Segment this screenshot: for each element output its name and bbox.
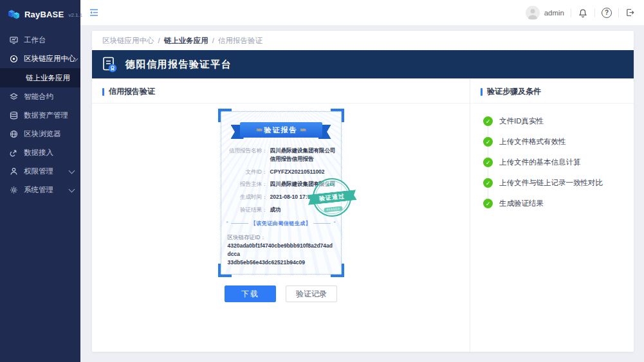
sidebar-item-data-asset-management[interactable]: 数据资产管理 [0,106,80,125]
logout-icon[interactable] [625,8,635,17]
bell-icon[interactable] [578,8,588,18]
download-button[interactable]: 下载 [225,285,276,302]
sidebar-item-label: 数据接入 [24,148,53,158]
divider [618,8,619,17]
sidebar-item-label: 区块浏览器 [24,129,61,139]
check-circle-icon: ✓ [483,137,493,147]
field-label: 文件ID： [226,168,270,176]
certificate-area: ≈≈ 验证报告 ≈≈ 信用报告名称： 四川鼎际建设集团有限公司信用报告信用报告 [92,104,470,302]
wavy-decoration-icon: ≈≈ [257,127,262,133]
check-circle-icon: ✓ [483,178,493,188]
sidebar-item-workbench[interactable]: 工作台 [0,31,80,50]
sidebar-nav: 工作台 区块链应用中心 链上业务应用 [0,28,80,199]
certificate-source-note: * 【该凭证由蜀信链生成】 * [226,220,336,227]
step-label: 上传文件格式有效性 [499,137,566,147]
sidebar-item-label: 区块链应用中心 [24,54,76,64]
sidebar-subitem-onchain-business-app[interactable]: 链上业务应用 [0,68,80,87]
sidebar-item-blockchain-app-center[interactable]: 区块链应用中心 [0,50,80,68]
chain-id-hash: 33db5eb56e43dc62521b94c09 [228,258,335,267]
step-item: ✓ 生成验证结果 [483,199,634,208]
corner-bracket [331,264,344,277]
section-title-text: 验证步骤及条件 [487,86,541,97]
field-value: 四川鼎际建设集团有限公司信用报告信用报告 [270,147,336,163]
field-label: 报告主体： [226,180,270,188]
report-certificate-icon [101,56,118,73]
star-decoration: * [333,221,335,226]
title-accent-bar [102,88,104,96]
field-value: CPYFZX20210511002 [270,168,336,176]
platform-banner: 德阳信用报告验证平台 [92,50,634,78]
verification-passed-stamp: 验证通过 PASSED [311,176,353,219]
corner-bracket [218,264,232,277]
sidebar-item-smart-contract[interactable]: 智能合约 [0,87,80,106]
user-icon [10,167,18,176]
raybase-cube-logo-icon [7,8,21,21]
breadcrumb-item[interactable]: 区块链应用中心 [102,36,154,46]
logo: RayBASE v2.1.1 [0,0,80,28]
help-icon[interactable]: ? [602,8,612,18]
page-title: 德阳信用报告验证平台 [125,59,232,71]
verification-records-button[interactable]: 验证记录 [286,285,337,302]
breadcrumb-item[interactable]: 链上业务应用 [164,36,208,46]
blockchain-evidence-id: 区块链存证ID： 4320ada0bf1f4740cbe9bbb910f8a2d… [226,233,336,267]
credit-report-verification-panel: 信用报告验证 ≈≈ [92,78,470,352]
left-section-title: 信用报告验证 [92,78,470,104]
sidebar-item-permission-management[interactable]: 权限管理 [0,162,80,181]
smart-contract-icon [10,93,18,101]
note-text: 【该凭证由蜀信链生成】 [251,220,311,227]
main-area: 区块链应用中心 / 链上业务应用 / 信用报告验证 德阳信用报告验证平台 [80,26,644,362]
check-circle-icon: ✓ [483,199,493,208]
app-screen: RayBASE v2.1.1 工作台 区块链应用中心 [0,0,644,362]
sidebar-item-label: 数据资产管理 [24,111,68,120]
verification-steps-list: ✓ 文件ID真实性 ✓ 上传文件格式有效性 ✓ 上传文件的基本信息计算 ✓ [483,116,634,208]
verification-steps-panel: 验证步骤及条件 ✓ 文件ID真实性 ✓ 上传文件格式有效性 ✓ [470,78,634,352]
avatar[interactable] [526,6,540,20]
corner-bracket [331,109,344,122]
menu-fold-icon[interactable] [89,8,98,17]
certificate-title: 验证报告 [264,125,298,135]
field-row-report-name: 信用报告名称： 四川鼎际建设集团有限公司信用报告信用报告 [226,147,336,163]
step-label: 上传文件的基本信息计算 [499,158,581,167]
field-label: 生成时间： [226,193,270,201]
sidebar-item-block-browser[interactable]: 区块浏览器 [0,125,80,143]
verification-certificate: ≈≈ 验证报告 ≈≈ 信用报告名称： 四川鼎际建设集团有限公司信用报告信用报告 [219,110,343,276]
step-label: 文件ID真实性 [499,116,544,126]
username[interactable]: admin [544,9,564,17]
chevron-down-icon [69,186,75,192]
right-section-title: 验证步骤及条件 [470,78,634,104]
ribbon-banner: ≈≈ 验证报告 ≈≈ [240,122,322,138]
step-item: ✓ 上传文件与链上记录一致性对比 [483,178,634,188]
sidebar-item-label: 权限管理 [24,167,53,176]
step-item: ✓ 上传文件格式有效性 [483,137,634,147]
certificate-ribbon: ≈≈ 验证报告 ≈≈ [240,122,322,138]
title-accent-bar [481,88,483,96]
note-divider-line [231,223,248,224]
field-row-file-id: 文件ID： CPYFZX20210511002 [226,168,336,176]
topbar-actions: admin ? [526,6,635,20]
sidebar-item-label: 智能合约 [24,92,53,102]
sidebar-item-data-access[interactable]: 数据接入 [0,143,80,162]
wavy-decoration-icon: ≈≈ [300,127,306,133]
chain-id-hash: 4320ada0bf1f4740cbe9bbb910f8a2d74addcca [228,242,335,258]
sidebar-item-system-management[interactable]: 系统管理 [0,181,80,199]
database-icon [10,111,18,120]
divider [571,8,571,17]
star-decoration: * [226,221,228,226]
step-label: 上传文件与链上记录一致性对比 [499,178,603,188]
step-label: 生成验证结果 [499,199,544,208]
content-body: 信用报告验证 ≈≈ [92,78,634,352]
topbar: admin ? [80,0,644,26]
sidebar: RayBASE v2.1.1 工作台 区块链应用中心 [0,0,80,362]
app-version: v2.1.1 [68,12,82,18]
step-item: ✓ 文件ID真实性 [483,116,634,126]
check-circle-icon: ✓ [483,116,493,126]
breadcrumb-separator: / [158,37,160,44]
workbench-icon [10,36,18,44]
chain-id-label: 区块链存证ID： [228,233,335,242]
content-card: 区块链应用中心 / 链上业务应用 / 信用报告验证 德阳信用报告验证平台 [92,31,634,352]
breadcrumb-separator: / [212,37,214,44]
logo-text: RayBASE [24,10,64,19]
sidebar-item-label: 链上业务应用 [26,73,70,83]
corner-bracket [218,109,232,122]
check-circle-icon: ✓ [483,158,493,167]
